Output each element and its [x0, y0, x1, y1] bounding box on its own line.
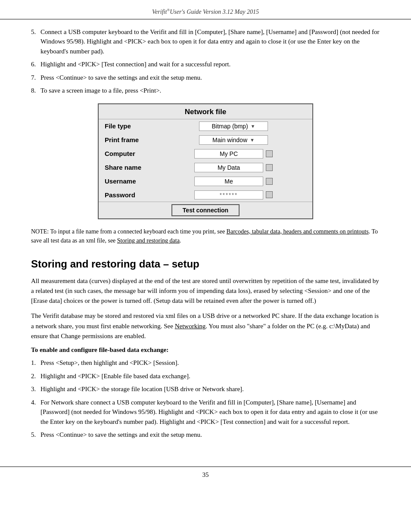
computer-checkbox[interactable]: [266, 150, 273, 157]
section-para-1: All measurement data (curves) displayed …: [31, 276, 380, 306]
step-b2-num: 2.: [31, 371, 40, 381]
table-row: File type Bitmap (bmp) ▼: [99, 119, 312, 133]
barcodes-link[interactable]: Barcodes, tabular data, headers and comm…: [227, 228, 369, 235]
step-b5-num: 5.: [31, 430, 40, 440]
network-file-table: File type Bitmap (bmp) ▼ Print frame Mai…: [99, 119, 312, 218]
networking-link[interactable]: Networking: [175, 323, 206, 330]
steps-top-list: 5. Connect a USB computer keyboard to th…: [31, 27, 380, 96]
table-row: Password ******: [99, 188, 312, 202]
file-type-field[interactable]: Bitmap (bmp) ▼: [199, 121, 268, 131]
share-name-value: My Data: [155, 161, 312, 174]
sub-heading: To enable and configure file-based data …: [31, 346, 380, 354]
step-b2: 2. Highlight and <PICK> [Enable file bas…: [31, 371, 380, 381]
step-b3: 3. Highlight and <PICK> the storage file…: [31, 384, 380, 394]
page-content: 5. Connect a USB computer keyboard to th…: [0, 19, 411, 456]
table-row: Share name My Data: [99, 161, 312, 174]
page-footer: 35: [0, 467, 411, 482]
file-type-label: File type: [99, 119, 155, 133]
section-para-2: The Verifit database may be stored and r…: [31, 311, 380, 341]
step-6-num: 6.: [31, 59, 40, 69]
print-frame-field[interactable]: Main window ▼: [199, 135, 268, 145]
test-connection-button[interactable]: Test connection: [171, 204, 240, 216]
share-name-checkbox[interactable]: [266, 164, 273, 171]
print-frame-label: Print frame: [99, 133, 155, 147]
password-value: ******: [155, 188, 312, 202]
step-b1: 1. Press <Setup>, then highlight and <PI…: [31, 358, 380, 368]
step-b2-text: Highlight and <PICK> [Enable file based …: [40, 371, 380, 381]
username-field[interactable]: Me: [194, 177, 263, 186]
test-connection-row: Test connection: [99, 202, 312, 218]
step-6: 6. Highlight and <PICK> [Test connection…: [31, 59, 380, 69]
network-file-dialog: Network file File type Bitmap (bmp) ▼ Pr…: [98, 103, 313, 219]
table-row: Username Me: [99, 174, 312, 188]
table-row: Print frame Main window ▼: [99, 133, 312, 147]
print-frame-value: Main window ▼: [155, 133, 312, 147]
step-5-text: Connect a USB computer keyboard to the V…: [40, 27, 380, 56]
network-file-title: Network file: [99, 104, 312, 119]
step-7: 7. Press <Continue> to save the settings…: [31, 73, 380, 83]
step-b3-text: Highlight and <PICK> the storage file lo…: [40, 384, 380, 394]
step-b5-text: Press <Continue> to save the settings an…: [40, 430, 380, 440]
step-8-text: To save a screen image to a file, press …: [40, 86, 380, 96]
steps-bottom-list: 1. Press <Setup>, then highlight and <PI…: [31, 358, 380, 440]
dropdown-arrow-icon: ▼: [251, 124, 255, 129]
share-name-label: Share name: [99, 161, 155, 174]
step-b4: 4. For Network share connect a USB compu…: [31, 398, 380, 427]
step-b5: 5. Press <Continue> to save the settings…: [31, 430, 380, 440]
note-text: NOTE: To input a file name from a connec…: [31, 227, 380, 245]
file-type-value: Bitmap (bmp) ▼: [155, 119, 312, 133]
test-connection-cell: Test connection: [99, 202, 312, 218]
page-number: 35: [202, 471, 209, 478]
page: Verifit®User's Guide Version 3.12 May 20…: [0, 0, 411, 532]
page-header: Verifit®User's Guide Version 3.12 May 20…: [0, 0, 411, 19]
step-5: 5. Connect a USB computer keyboard to th…: [31, 27, 380, 56]
step-8-num: 8.: [31, 86, 40, 96]
password-checkbox[interactable]: [266, 191, 273, 198]
header-title: Verifit®User's Guide Version 3.12 May 20…: [152, 9, 259, 15]
step-7-text: Press <Continue> to save the settings an…: [40, 73, 380, 83]
computer-value: My PC: [155, 147, 312, 161]
share-name-field[interactable]: My Data: [194, 163, 263, 172]
dropdown-arrow-icon: ▼: [250, 137, 255, 143]
username-label: Username: [99, 174, 155, 188]
password-field[interactable]: ******: [194, 190, 263, 199]
password-label: Password: [99, 188, 155, 202]
table-row: Computer My PC: [99, 147, 312, 161]
username-checkbox[interactable]: [266, 178, 273, 185]
storing-link[interactable]: Storing and restoring data: [117, 237, 180, 244]
section-heading: Storing and restoring data – setup: [31, 258, 380, 270]
step-6-text: Highlight and <PICK> [Test connection] a…: [40, 59, 380, 69]
username-value: Me: [155, 174, 312, 188]
step-8: 8. To save a screen image to a file, pre…: [31, 86, 380, 96]
computer-label: Computer: [99, 147, 155, 161]
step-b3-num: 3.: [31, 384, 40, 394]
step-b4-text: For Network share connect a USB computer…: [40, 398, 380, 427]
step-5-num: 5.: [31, 27, 40, 56]
step-7-num: 7.: [31, 73, 40, 83]
step-b1-text: Press <Setup>, then highlight and <PICK>…: [40, 358, 380, 368]
step-b1-num: 1.: [31, 358, 40, 368]
step-b4-num: 4.: [31, 398, 40, 427]
computer-field[interactable]: My PC: [194, 149, 263, 159]
